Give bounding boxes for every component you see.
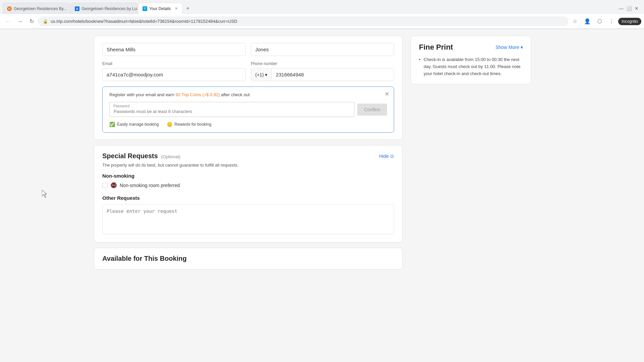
special-requests-title: Special Requests xyxy=(102,152,158,160)
available-title: Available for This Booking xyxy=(102,255,394,262)
register-banner: Register with your email and earn 92 Tri… xyxy=(102,86,394,133)
maximize-button[interactable]: ⬜ xyxy=(626,6,632,11)
non-smoking-checkbox[interactable] xyxy=(102,183,108,188)
no-smoking-icon: 🚭 xyxy=(110,182,117,188)
browser-tab-1[interactable]: G Georgetown Residences By... ✕ xyxy=(3,3,70,14)
fine-print-card: Fine Print Show More ▾ Check-in is avail… xyxy=(411,36,531,84)
bookmark-button[interactable]: ☆ xyxy=(570,16,580,26)
special-requests-header: Special Requests (Optional) Hide ⊙ xyxy=(102,152,394,160)
register-benefits: ✅ Easily manage booking 🪙 Rewards for bo… xyxy=(109,122,387,127)
first-name-field: Sheena Mills xyxy=(102,43,246,56)
password-floating-label: Password xyxy=(113,104,129,108)
hide-btn-label: Hide xyxy=(379,154,389,159)
phone-label: Phone number xyxy=(251,61,394,66)
register-close-button[interactable]: ✕ xyxy=(385,91,389,97)
tab1-label: Georgetown Residences By... xyxy=(14,6,67,11)
rewards-icon: 🪙 xyxy=(167,122,172,127)
non-smoking-row: 🚭 Non-smoking room preferred xyxy=(102,182,394,188)
register-text-before: Register with your email and earn xyxy=(109,92,175,97)
more-button[interactable]: ⋮ xyxy=(606,16,617,26)
non-smoking-label: Non-smoking room preferred xyxy=(120,183,180,188)
show-more-button[interactable]: Show More ▾ xyxy=(495,45,523,50)
browser-tab-3[interactable]: T Your Details ✕ xyxy=(138,3,183,14)
sr-description: The property will do its best, but canno… xyxy=(102,163,394,168)
contact-row: Email a741ca7c@moodjoy.com Phone number … xyxy=(102,61,394,81)
benefit-1: ✅ Easily manage booking xyxy=(109,122,159,127)
non-smoking-title: Non-smoking xyxy=(102,173,394,179)
phone-number-input[interactable] xyxy=(272,68,394,81)
incognito-badge: Incognito xyxy=(618,18,641,25)
register-text-after: after check out xyxy=(220,92,250,97)
tab2-label: Georgetown Residences by Lux... xyxy=(82,6,138,11)
tab3-close[interactable]: ✕ xyxy=(174,6,178,11)
navigation-bar: ← → ↻ 🔒 us.trip.com/hotels/booknew?hasai… xyxy=(0,14,644,29)
browser-chrome: G Georgetown Residences By... ✕ G George… xyxy=(0,0,644,29)
phone-field-container: Phone number (+1) ▾ xyxy=(251,61,394,81)
contact-details-card: Sheena Mills Jones Email a741ca7c@moodjo… xyxy=(94,36,402,140)
register-text: Register with your email and earn 92 Tri… xyxy=(109,92,387,97)
tab3-label: Your Details xyxy=(149,6,171,11)
show-more-label: Show More xyxy=(495,45,519,50)
other-requests-textarea[interactable] xyxy=(102,204,394,234)
fine-print-title: Fine Print xyxy=(419,43,453,52)
available-section: Available for This Booking xyxy=(94,248,402,269)
first-name-value: Sheena Mills xyxy=(102,43,246,56)
password-row: Password Confirm xyxy=(109,102,387,117)
tab1-favicon: G xyxy=(7,6,12,11)
special-requests-card: Special Requests (Optional) Hide ⊙ The p… xyxy=(94,145,402,242)
phone-prefix-text: (+1) xyxy=(255,72,264,77)
extensions-button[interactable]: ⬡ xyxy=(595,16,605,26)
reload-button[interactable]: ↻ xyxy=(27,16,37,26)
lock-icon: 🔒 xyxy=(43,19,48,24)
address-bar[interactable]: 🔒 us.trip.com/hotels/booknew?hasaidinurl… xyxy=(38,16,569,26)
fine-print-item: Check-in is available from 15:00 to 00:3… xyxy=(419,56,523,77)
phone-dropdown-icon[interactable]: ▾ xyxy=(265,72,267,77)
last-name-value: Jones xyxy=(251,43,394,56)
special-requests-optional: (Optional) xyxy=(161,154,180,159)
name-row: Sheena Mills Jones xyxy=(102,43,394,56)
hide-button[interactable]: Hide ⊙ xyxy=(379,154,394,159)
nav-actions: ☆ 👤 ⬡ ⋮ Incognito xyxy=(570,16,641,26)
phone-input-wrapper: (+1) ▾ xyxy=(251,68,394,81)
password-input[interactable] xyxy=(109,102,355,117)
browser-tab-2[interactable]: G Georgetown Residences by Lux... ✕ xyxy=(70,3,138,14)
phone-prefix[interactable]: (+1) ▾ xyxy=(251,69,272,81)
chevron-up-icon: ⊙ xyxy=(390,154,394,159)
right-column: Fine Print Show More ▾ Check-in is avail… xyxy=(411,36,531,275)
fine-print-header: Fine Print Show More ▾ xyxy=(419,43,523,52)
tab-bar: G Georgetown Residences By... ✕ G George… xyxy=(0,0,644,14)
sr-title-wrapper: Special Requests (Optional) xyxy=(102,152,180,160)
tab3-favicon: T xyxy=(143,6,147,11)
minimize-button[interactable]: — xyxy=(619,6,624,11)
chevron-down-icon: ▾ xyxy=(521,45,523,50)
benefit-2-text: Rewards for booking xyxy=(174,122,211,127)
profile-button[interactable]: 👤 xyxy=(581,16,593,26)
back-button[interactable]: ← xyxy=(3,16,13,26)
main-column: Sheena Mills Jones Email a741ca7c@moodjo… xyxy=(94,36,402,275)
password-field-wrapper: Password xyxy=(109,102,355,117)
url-text: us.trip.com/hotels/booknew?hasaidinurl=f… xyxy=(51,19,564,24)
benefit-1-text: Easily manage booking xyxy=(117,122,159,127)
other-requests-title: Other Requests xyxy=(102,195,394,201)
new-tab-button[interactable]: + xyxy=(183,3,192,13)
trip-coins-text: 92 Trip Coins (≈$ 0.92) xyxy=(175,92,220,97)
email-label: Email xyxy=(102,61,246,66)
email-field-container: Email a741ca7c@moodjoy.com xyxy=(102,61,246,81)
forward-button[interactable]: → xyxy=(15,16,25,26)
last-name-field: Jones xyxy=(251,43,394,56)
manage-booking-icon: ✅ xyxy=(109,122,115,127)
close-window-button[interactable]: ✕ xyxy=(635,6,639,11)
confirm-button[interactable]: Confirm xyxy=(357,104,387,116)
benefit-2: 🪙 Rewards for booking xyxy=(167,122,211,127)
page-content: Sheena Mills Jones Email a741ca7c@moodjo… xyxy=(87,36,557,275)
tab2-favicon: G xyxy=(75,6,79,11)
email-value: a741ca7c@moodjoy.com xyxy=(102,68,246,81)
